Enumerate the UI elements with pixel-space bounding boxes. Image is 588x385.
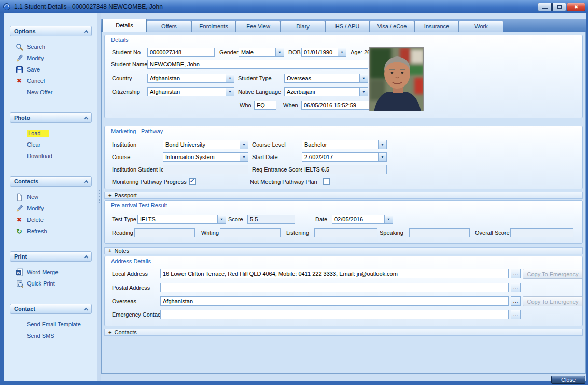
sidebar-item-contacts-refresh[interactable]: Refresh (10, 225, 92, 237)
institution-student-id-label: Institution Student Id (112, 166, 164, 173)
sidebar-item-contacts-delete[interactable]: Delete (10, 214, 92, 225)
dropdown-arrow-icon[interactable] (378, 153, 386, 161)
emergency-contact-input[interactable] (160, 310, 509, 319)
overseas-address-input[interactable]: Afghanistan (160, 296, 509, 306)
sidebar-item-search[interactable]: Search (10, 41, 92, 52)
sidebar-item-contacts-modify[interactable]: Modify (10, 203, 92, 214)
student-type-dropdown[interactable]: Overseas (284, 74, 368, 83)
new-doc-icon (15, 193, 23, 201)
local-address-input[interactable]: 16 Lower Clifton Terrace, Red Hill QLD 4… (160, 269, 509, 278)
overseas-address-label: Overseas (112, 298, 136, 304)
overseas-address-ellipsis-button[interactable]: … (511, 296, 521, 306)
writing-input[interactable] (220, 228, 281, 237)
sidebar-item-cancel[interactable]: Cancel (10, 75, 92, 87)
title-bar: 1.1 Student Details - 0000027348 NEWCOMB… (0, 0, 588, 13)
dropdown-arrow-icon[interactable] (240, 140, 248, 149)
student-type-label: Student Type (238, 75, 272, 81)
sidebar-item-save[interactable]: Save (10, 64, 92, 75)
who-input[interactable]: EQ (254, 101, 276, 110)
notes-section-bar[interactable]: + Notes (104, 247, 583, 254)
chevron-up-icon (84, 116, 88, 120)
not-meeting-pathway-checkbox[interactable] (323, 178, 330, 185)
course-level-dropdown[interactable]: Bachelor (302, 140, 387, 149)
native-language-dropdown[interactable]: Azerbaijani (284, 87, 368, 96)
maximize-button[interactable] (552, 3, 566, 11)
sidebar-item-quick-print[interactable]: Quick Print (10, 278, 92, 289)
postal-address-input[interactable] (160, 283, 509, 292)
search-icon (15, 43, 23, 51)
main-area: Details Offers Enrolments Fee View Diary… (101, 13, 586, 381)
test-date-dropdown[interactable]: 02/05/2016 (332, 215, 393, 224)
listening-input[interactable] (314, 228, 377, 237)
close-window-button[interactable] (567, 3, 585, 11)
gender-dropdown[interactable]: Male (239, 48, 284, 57)
dropdown-arrow-icon[interactable] (384, 215, 393, 223)
tab-insurance[interactable]: Insurance (414, 21, 459, 32)
photo-panel-header[interactable]: Photo (10, 112, 92, 123)
photo-panel: Photo Load Clear Download (10, 112, 92, 162)
contacts-section-bar[interactable]: + Contacts (104, 329, 583, 336)
copy-overseas-to-emergency-button[interactable]: Copy To Emergency (523, 296, 583, 306)
dob-label: DOB (288, 49, 301, 55)
sidebar-item-download[interactable]: Download (10, 150, 92, 162)
reading-input[interactable] (134, 228, 195, 237)
tab-hs-apu[interactable]: HS / APU (325, 21, 370, 32)
tab-fee-view[interactable]: Fee View (236, 21, 281, 32)
tab-diary[interactable]: Diary (281, 21, 325, 32)
postal-address-ellipsis-button[interactable]: … (511, 283, 521, 292)
institution-student-id-input[interactable] (163, 165, 248, 174)
sidebar-splitter[interactable] (97, 13, 101, 381)
dropdown-arrow-icon[interactable] (275, 48, 284, 56)
tab-visa-ecoe[interactable]: Visa / eCoe (370, 21, 414, 32)
emergency-contact-ellipsis-button[interactable]: … (511, 310, 521, 319)
tab-work[interactable]: Work (459, 21, 503, 32)
dropdown-arrow-icon[interactable] (226, 88, 234, 96)
tab-enrolments[interactable]: Enrolments (191, 21, 236, 32)
student-name-input[interactable]: NEWCOMBE, John (147, 60, 368, 69)
tab-details[interactable]: Details (102, 19, 147, 32)
test-type-dropdown[interactable]: IELTS (137, 215, 226, 224)
sidebar-item-new-offer[interactable]: New Offer (10, 87, 92, 98)
dropdown-arrow-icon[interactable] (217, 215, 226, 223)
local-address-ellipsis-button[interactable]: … (511, 269, 521, 278)
course-label: Course (112, 154, 130, 160)
minimize-button[interactable] (538, 3, 552, 11)
institution-dropdown[interactable]: Bond University (163, 140, 248, 149)
monitoring-pathway-checkbox[interactable] (189, 178, 196, 185)
sidebar-item-send-sms[interactable]: Send SMS (10, 330, 92, 341)
passport-section-bar[interactable]: + Passport (104, 192, 583, 199)
when-input[interactable]: 06/05/2016 15:52:59 (301, 101, 370, 110)
close-button[interactable]: Close (551, 376, 585, 384)
overall-score-input[interactable] (510, 228, 573, 237)
dropdown-arrow-icon[interactable] (359, 74, 368, 82)
dropdown-arrow-icon[interactable] (226, 74, 234, 82)
dropdown-arrow-icon[interactable] (338, 48, 346, 56)
print-panel-header[interactable]: Print (10, 251, 92, 262)
details-groupbox-title: Details (111, 37, 129, 43)
country-dropdown[interactable]: Afghanistan (147, 74, 234, 83)
sidebar-item-clear[interactable]: Clear (10, 139, 92, 150)
tab-offers[interactable]: Offers (147, 21, 191, 32)
contacts-panel-header[interactable]: Contacts (10, 176, 92, 187)
sidebar-item-label: Quick Print (27, 280, 55, 287)
speaking-input[interactable] (409, 228, 470, 237)
sidebar-item-send-email-template[interactable]: Send Email Template (10, 319, 92, 330)
sidebar-item-modify[interactable]: Modify (10, 52, 92, 64)
sidebar-item-word-merge[interactable]: W Word Merge (10, 266, 92, 278)
sidebar-item-contacts-new[interactable]: New (10, 191, 92, 203)
req-entrance-score-input[interactable]: IELTS 6.5 (302, 165, 387, 174)
citizenship-dropdown[interactable]: Afghanistan (147, 87, 234, 96)
start-date-dropdown[interactable]: 27/02/2017 (302, 152, 387, 162)
dropdown-arrow-icon[interactable] (240, 153, 248, 161)
copy-local-to-emergency-button[interactable]: Copy To Emergency (523, 269, 583, 279)
student-no-input[interactable]: 0000027348 (147, 48, 215, 57)
sidebar-item-load[interactable]: Load (10, 127, 92, 139)
contact-panel-header[interactable]: Contact (10, 304, 92, 314)
dropdown-arrow-icon[interactable] (378, 140, 386, 149)
course-dropdown[interactable]: Informaiton System (163, 152, 248, 162)
dropdown-arrow-icon[interactable] (359, 88, 368, 96)
options-panel-header[interactable]: Options (10, 26, 92, 36)
score-input[interactable]: 5.5 (247, 215, 295, 224)
dob-dropdown[interactable]: 01/01/1990 (301, 48, 346, 57)
overall-score-label: Overall Score (475, 230, 510, 236)
